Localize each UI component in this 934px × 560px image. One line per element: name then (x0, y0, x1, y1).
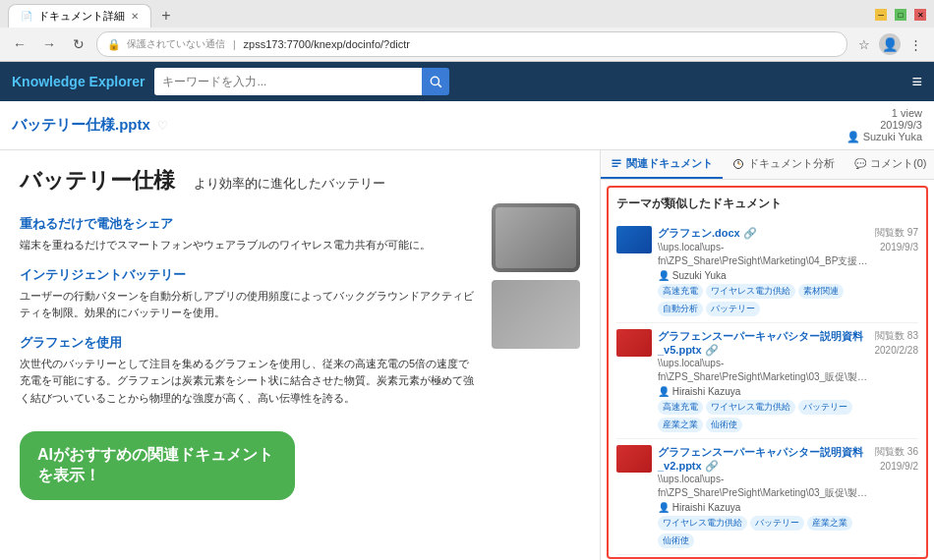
refresh-button[interactable]: ↻ (67, 32, 90, 56)
secure-icon: 🔒 (107, 38, 121, 51)
address-bar: ← → ↻ 🔒 保護されていない通信 | zpss173:7700/knexp/… (0, 28, 934, 61)
logo-text2: Explorer (89, 74, 146, 89)
card-right: 閲覧数 83 2020/2/28 (875, 329, 919, 356)
doc-card-header: グラフェンスーパーキャパシター説明資料_v5.pptx 🔗 \\ups.loca… (616, 329, 918, 432)
tab-related-label: 関連ドキュメント (626, 156, 713, 171)
minimize-button[interactable]: ─ (875, 9, 887, 21)
view-count: 閲覧数 36 (875, 445, 918, 459)
tab-label: ドキュメント詳細 (38, 9, 125, 24)
material-image (492, 280, 580, 349)
tab-analysis-label: ドキュメント分析 (748, 156, 835, 171)
doc-meta: 1 view 2019/9/3 👤 Suzuki Yuka (846, 107, 922, 143)
app-logo: Knowledge Explorer (12, 74, 145, 89)
svg-line-1 (438, 84, 441, 87)
doc-path: \\ups.local\ups-fn\ZPS_Share\PreSight\Ma… (658, 357, 869, 384)
right-panel: 関連ドキュメント ドキュメント分析 💬 コメント(0) ♡ お気に入り(0) テ… (600, 150, 934, 560)
app-container: Knowledge Explorer ≡ バッテリー仕様.pptx ♡ 1 vi… (0, 62, 934, 560)
doc-date: 2019/9/2 (880, 461, 918, 472)
browser-chrome: 📄 ドキュメント詳細 ✕ + ─ □ ✕ ← → ↻ 🔒 保護されていない通信 … (0, 0, 934, 62)
doc-text-area: 重ねるだけで電池をシェア 端末を重ねるだけでスマートフォンやウェアラブルのワイヤ… (20, 203, 480, 500)
address-text[interactable]: zpss173:7700/knexp/docinfo/?dictr (244, 38, 837, 50)
tag[interactable]: バッテリー (706, 302, 760, 316)
search-input[interactable] (154, 68, 421, 95)
section2-text: ユーザーの行動パターンを自動分析しアプリの使用頻度によってバックグラウンドアクテ… (20, 288, 480, 322)
tag[interactable]: 仙術使 (658, 533, 694, 548)
view-count: 閲覧数 97 (875, 226, 918, 240)
tag[interactable]: 仙術使 (706, 418, 742, 432)
panel-tabs: 関連ドキュメント ドキュメント分析 💬 コメント(0) ♡ お気に入り(0) (601, 150, 934, 180)
section3-title: グラフェンを使用 (20, 334, 480, 352)
doc-card-info: グラフェンスーパーキャパシター説明資料_v2.pptx 🔗 \\ups.loca… (658, 445, 869, 548)
tag[interactable]: 自動分析 (658, 302, 703, 316)
tag[interactable]: バッテリー (750, 516, 804, 531)
svg-point-0 (431, 77, 438, 84)
favorite-heart[interactable]: ♡ (157, 119, 168, 133)
section-title: テーマが類似したドキュメント (616, 196, 918, 212)
tab-analysis[interactable]: ドキュメント分析 (723, 150, 845, 179)
bookmark-button[interactable]: ☆ (853, 33, 875, 55)
doc-author: 👤 Hiraishi Kazuya (658, 386, 869, 397)
tag-list: ワイヤレス電力供給 バッテリー 産業之業 仙術使 (658, 516, 869, 548)
back-button[interactable]: ← (8, 32, 31, 56)
related-docs-panel: テーマが類似したドキュメント グラフェン.docx 🔗 \\ups.local\… (607, 186, 928, 559)
hamburger-menu[interactable]: ≡ (911, 72, 922, 92)
view-count: 閲覧数 83 (875, 329, 918, 343)
doc-title-link[interactable]: グラフェン.docx 🔗 (658, 226, 869, 241)
doc-titlebar: バッテリー仕様.pptx ♡ 1 view 2019/9/3 👤 Suzuki … (0, 101, 934, 150)
tag[interactable]: バッテリー (798, 400, 852, 415)
doc-thumb-pptx (616, 329, 652, 357)
close-window-button[interactable]: ✕ (914, 9, 926, 21)
svg-rect-3 (613, 162, 621, 164)
browser-icons: ☆ 👤 ⋮ (853, 33, 926, 55)
secure-text: 保護されていない通信 (127, 37, 225, 51)
forward-button[interactable]: → (37, 32, 61, 56)
doc-card-header: グラフェンスーパーキャパシター説明資料_v2.pptx 🔗 \\ups.loca… (616, 445, 918, 548)
doc-thumb-pptx (616, 445, 652, 473)
doc-author: 👤 Suzuki Yuka (846, 131, 922, 143)
active-tab[interactable]: 📄 ドキュメント詳細 ✕ (8, 4, 151, 28)
doc-heading: バッテリー仕様 (20, 168, 175, 193)
search-button[interactable] (422, 68, 450, 95)
doc-card: グラフェンスーパーキャパシター説明資料_v2.pptx 🔗 \\ups.loca… (616, 439, 918, 555)
tag[interactable]: ワイヤレス電力供給 (706, 284, 795, 299)
section1-text: 端末を重ねるだけでスマートフォンやウェアラブルのワイヤレス電力共有が可能に。 (20, 237, 480, 254)
doc-title-link[interactable]: グラフェンスーパーキャパシター説明資料_v5.pptx 🔗 (658, 329, 869, 357)
maximize-button[interactable]: □ (895, 9, 906, 21)
logo-text: Knowledge (12, 74, 86, 89)
tag-list: 高速充電 ワイヤレス電力供給 バッテリー 産業之業 仙術使 (658, 400, 869, 432)
doc-title-area: バッテリー仕様.pptx ♡ (12, 116, 168, 135)
doc-card: グラフェンスーパーキャパシター説明資料_v5.pptx 🔗 \\ups.loca… (616, 323, 918, 439)
tag[interactable]: ワイヤレス電力供給 (658, 516, 747, 531)
doc-card-info: グラフェンスーパーキャパシター説明資料_v5.pptx 🔗 \\ups.loca… (658, 329, 869, 432)
doc-title: バッテリー仕様.pptx (12, 116, 150, 133)
section1-title: 重ねるだけで電池をシェア (20, 215, 480, 233)
app-nav: Knowledge Explorer ≡ (0, 62, 934, 101)
tag[interactable]: 高速充電 (658, 284, 703, 299)
new-tab-button[interactable]: + (155, 5, 177, 27)
menu-button[interactable]: ⋮ (905, 33, 926, 55)
doc-thumb-docx (616, 226, 652, 253)
phone-image (492, 203, 580, 272)
tab-comments[interactable]: 💬 コメント(0) (845, 150, 934, 179)
search-box (154, 68, 449, 95)
tag[interactable]: 産業之業 (807, 516, 852, 531)
doc-heading-area: バッテリー仕様 より効率的に進化したバッテリー (20, 166, 580, 196)
tag[interactable]: 産業之業 (658, 418, 703, 432)
tab-close-button[interactable]: ✕ (131, 11, 139, 22)
doc-images (492, 203, 580, 500)
section2-title: インテリジェントバッテリー (20, 266, 480, 284)
tab-related-docs[interactable]: 関連ドキュメント (601, 150, 723, 179)
tag[interactable]: 素材関連 (798, 284, 844, 299)
doc-date: 2019/9/3 (880, 242, 918, 252)
tag[interactable]: 高速充電 (658, 400, 703, 415)
section3-text: 次世代のバッテリーとして注目を集めるグラフェンを使用し、従来の高速充電の5倍の速… (20, 356, 480, 408)
card-right: 閲覧数 36 2019/9/2 (875, 445, 918, 472)
doc-card-info: グラフェン.docx 🔗 \\ups.local\ups-fn\ZPS_Shar… (658, 226, 869, 316)
tag[interactable]: ワイヤレス電力供給 (706, 400, 795, 415)
svg-rect-4 (613, 165, 618, 167)
svg-rect-2 (613, 159, 621, 161)
profile-button[interactable]: 👤 (879, 33, 901, 55)
doc-date: 2020/2/28 (875, 345, 919, 356)
tag-list: 高速充電 ワイヤレス電力供給 素材関連 自動分析 バッテリー (658, 284, 869, 316)
doc-title-link[interactable]: グラフェンスーパーキャパシター説明資料_v2.pptx 🔗 (658, 445, 869, 473)
